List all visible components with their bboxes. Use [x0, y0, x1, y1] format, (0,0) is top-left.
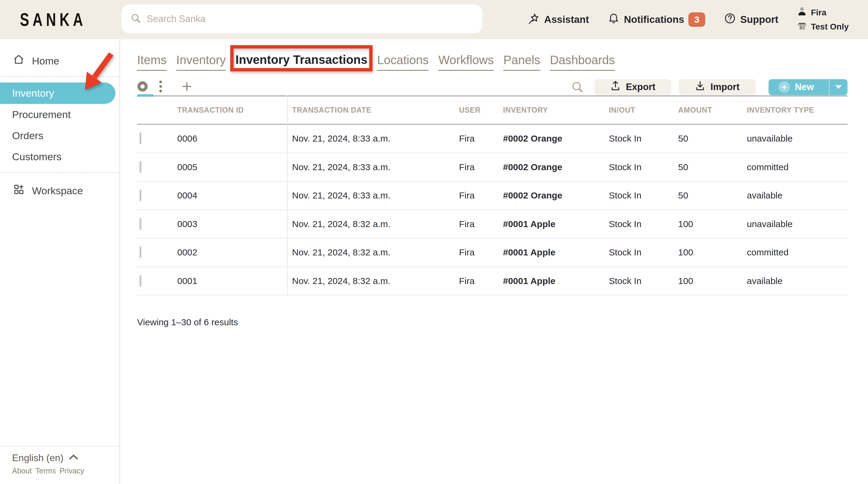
- cell-transaction-date: Nov. 21, 2024, 8:33 a.m.: [292, 133, 459, 144]
- cell-inventory: #0002 Orange: [503, 162, 609, 172]
- support-button[interactable]: Support: [724, 12, 778, 27]
- search-input[interactable]: [147, 13, 448, 24]
- cell-user: Fira: [459, 133, 503, 144]
- cell-transaction-date: Nov. 21, 2024, 8:32 a.m.: [292, 219, 459, 229]
- cell-in-out: Stock In: [609, 247, 678, 258]
- column-header: INVENTORY: [503, 106, 609, 115]
- cell-amount: 100: [678, 219, 747, 229]
- cell-transaction-date: Nov. 21, 2024, 8:32 a.m.: [292, 276, 459, 286]
- topbar-actions: Assistant Notifications 3 Support: [528, 0, 849, 39]
- import-button[interactable]: Import: [679, 79, 755, 95]
- new-button[interactable]: + New: [769, 79, 847, 95]
- global-search[interactable]: [121, 4, 482, 33]
- cell-user: Fira: [459, 219, 503, 229]
- table-row[interactable]: 0003 Nov. 21, 2024, 8:32 a.m. Fira #0001…: [137, 210, 847, 239]
- person-icon: [797, 6, 807, 19]
- notifications-label: Notifications: [624, 14, 684, 25]
- table-row[interactable]: 0005 Nov. 21, 2024, 8:33 a.m. Fira #0002…: [137, 153, 847, 182]
- cell-inventory-type: unavailable: [747, 219, 847, 229]
- cell-amount: 50: [678, 133, 747, 144]
- tab[interactable]: Inventory: [176, 53, 226, 71]
- caret-down-icon: [835, 84, 842, 90]
- cell-inventory-type: unavailable: [747, 133, 847, 144]
- search-icon: [130, 13, 141, 25]
- cell-in-out: Stock In: [609, 276, 678, 286]
- table-row[interactable]: 0004 Nov. 21, 2024, 8:33 a.m. Fira #0002…: [137, 182, 847, 210]
- row-checkbox[interactable]: [140, 189, 141, 201]
- kebab-menu-icon[interactable]: [159, 80, 162, 94]
- row-checkbox[interactable]: [140, 161, 141, 173]
- column-header: INVENTORY TYPE: [747, 106, 847, 115]
- cell-inventory-type: available: [747, 276, 847, 286]
- export-icon: [610, 80, 621, 94]
- user-menu[interactable]: Fira Test Only: [797, 6, 849, 33]
- sidebar-item-inventory[interactable]: Inventory: [0, 83, 116, 104]
- cell-inventory-type: available: [747, 190, 847, 201]
- sidebar-item-label: Workspace: [32, 185, 83, 197]
- tab[interactable]: Panels: [503, 53, 540, 71]
- new-button-dropdown[interactable]: [829, 79, 847, 95]
- sidebar: Home Inventory Procurement Orders Custom…: [0, 39, 120, 484]
- topbar: SANKA Assistant: [0, 0, 868, 39]
- cell-in-out: Stock In: [609, 190, 678, 201]
- row-checkbox[interactable]: [140, 275, 141, 287]
- sidebar-item-label: Customers: [12, 151, 61, 163]
- table-body: 0006 Nov. 21, 2024, 8:33 a.m. Fira #0002…: [137, 125, 847, 295]
- add-view-icon[interactable]: [182, 81, 192, 93]
- terms-link[interactable]: Terms: [35, 466, 56, 475]
- table-search-icon[interactable]: [571, 81, 584, 93]
- table-row[interactable]: 0001 Nov. 21, 2024, 8:32 a.m. Fira #0001…: [137, 267, 847, 296]
- notifications-button[interactable]: Notifications 3: [608, 12, 705, 27]
- sidebar-item-procurement[interactable]: Procurement: [0, 104, 119, 125]
- sidebar-item-home[interactable]: Home: [0, 50, 119, 71]
- sidebar-item-label: Procurement: [12, 109, 71, 121]
- cell-transaction-date: Nov. 21, 2024, 8:33 a.m.: [292, 190, 459, 201]
- question-circle-icon: [724, 12, 736, 27]
- legal-links: About Terms Privacy: [12, 466, 107, 475]
- language-label: English (en): [12, 452, 64, 463]
- row-checkbox[interactable]: [140, 218, 141, 230]
- workspace-name: Test Only: [811, 22, 849, 32]
- cell-inventory: #0002 Orange: [503, 133, 609, 144]
- cell-user: Fira: [459, 162, 503, 172]
- tab[interactable]: Locations: [377, 53, 429, 71]
- view-circle-icon[interactable]: [137, 81, 148, 93]
- cell-in-out: Stock In: [609, 133, 678, 144]
- support-label: Support: [740, 14, 778, 25]
- cell-transaction-id: 0002: [177, 247, 292, 258]
- cell-transaction-id: 0005: [177, 162, 292, 172]
- cell-inventory: #0001 Apple: [503, 219, 609, 229]
- column-divider: [287, 95, 288, 295]
- tab[interactable]: Dashboards: [550, 53, 615, 71]
- cell-transaction-id: 0006: [177, 133, 292, 144]
- new-button-main[interactable]: + New: [769, 79, 824, 95]
- cell-inventory-type: committed: [747, 247, 847, 258]
- new-label: New: [795, 82, 814, 93]
- assistant-button[interactable]: Assistant: [528, 12, 589, 27]
- tab[interactable]: Workflows: [438, 53, 494, 71]
- export-label: Export: [626, 82, 655, 93]
- sidebar-divider: [0, 172, 119, 173]
- assistant-label: Assistant: [544, 14, 589, 25]
- language-selector[interactable]: English (en): [12, 452, 107, 463]
- plus-icon: +: [778, 81, 790, 93]
- row-checkbox[interactable]: [140, 132, 141, 144]
- cell-user: Fira: [459, 247, 503, 258]
- tab[interactable]: Items: [137, 53, 167, 71]
- privacy-link[interactable]: Privacy: [59, 466, 84, 475]
- sidebar-item-workspace[interactable]: Workspace: [0, 180, 119, 201]
- sidebar-footer: English (en) About Terms Privacy: [0, 446, 119, 484]
- notifications-count-badge[interactable]: 3: [688, 12, 705, 27]
- tab[interactable]: Inventory Transactions: [236, 53, 367, 71]
- sidebar-item-label: Orders: [12, 130, 43, 141]
- table-row[interactable]: 0002 Nov. 21, 2024, 8:32 a.m. Fira #0001…: [137, 238, 847, 267]
- sidebar-item-customers[interactable]: Customers: [0, 146, 119, 167]
- user-name: Fira: [811, 8, 826, 18]
- active-view-underline: [137, 94, 153, 97]
- export-button[interactable]: Export: [594, 79, 671, 95]
- cell-user: Fira: [459, 276, 503, 286]
- table-row[interactable]: 0006 Nov. 21, 2024, 8:33 a.m. Fira #0002…: [137, 125, 847, 153]
- row-checkbox[interactable]: [140, 246, 141, 258]
- sidebar-item-orders[interactable]: Orders: [0, 125, 119, 146]
- about-link[interactable]: About: [12, 466, 32, 475]
